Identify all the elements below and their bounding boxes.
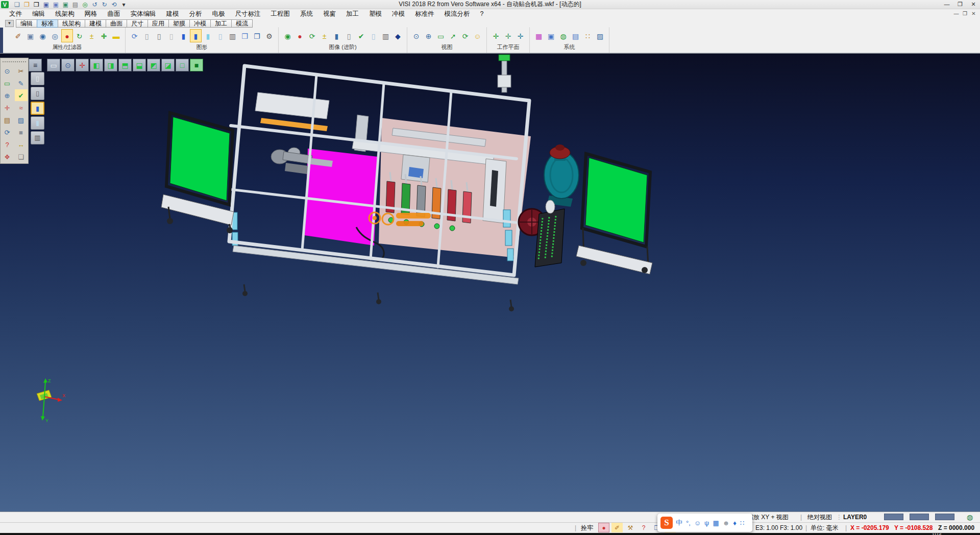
tab[interactable]: 塑膜 [168,19,190,28]
menu-item[interactable]: 工程图 [266,9,296,19]
cylinder-double-icon[interactable]: ❒ [239,29,251,42]
menu-item[interactable]: 文件 [4,9,27,19]
tab[interactable]: 冲模 [189,19,211,28]
save-all-icon[interactable]: ▣ [61,1,70,9]
menu-item[interactable]: 视窗 [318,9,341,19]
tab[interactable]: 线架构 [58,19,85,28]
active-layer-label[interactable]: LAYER0 [843,512,867,522]
status-help-icon[interactable]: ? [638,523,649,532]
image-refresh-icon[interactable]: ⟳ [306,29,318,42]
layer-color-swatch[interactable] [884,514,903,520]
cylinder-transparent-icon[interactable]: ▮ [202,29,214,42]
show-entities-icon[interactable]: ◉ [37,29,48,42]
absolute-view-label[interactable]: 绝对视图 [807,512,832,522]
open-copy-icon[interactable]: ❒ [32,1,41,9]
menu-item[interactable]: 模流分析 [439,9,475,19]
menu-item[interactable]: 建模 [161,9,184,19]
tab[interactable]: 模流 [231,19,253,28]
view-cube-iso-icon[interactable]: ■ [190,59,203,71]
spline-pencil-icon[interactable]: ✎ [15,77,28,89]
menu-item[interactable]: 塑模 [364,9,387,19]
workplane-align-icon[interactable]: ✛ [514,29,526,42]
image-shield-icon[interactable]: ◆ [392,29,404,42]
wand-icon[interactable]: ✐ [611,523,623,532]
view-cube-front-icon[interactable]: ⬒ [118,59,132,71]
refresh-visibility-icon[interactable]: ↻ [74,29,85,42]
rect-profile-icon[interactable]: ▭ [1,77,14,89]
menu-item[interactable]: 编辑 [27,9,50,19]
zoom-actual-icon[interactable]: ▭ [435,29,447,42]
image-show-add-icon[interactable]: ◉ [282,29,293,42]
shaded-view-icon[interactable]: ☺ [472,29,483,42]
zoom-window-icon[interactable]: ⊕ [423,29,434,42]
preview-icon[interactable]: ◎ [81,1,89,9]
cylinder-shaded-icon[interactable]: ▮ [178,29,189,42]
help-query-icon[interactable]: ? [1,138,14,150]
pan-view-icon[interactable]: ➚ [447,29,459,42]
view-cube-top-icon[interactable]: ◧ [90,59,103,71]
solid-cube-icon[interactable]: ■ [15,126,28,138]
toggle-visibility-icon[interactable]: ± [86,29,97,42]
menu-item[interactable]: 电极 [207,9,230,19]
move-axis-icon[interactable]: ✛ [1,102,14,113]
image-cylinder-icon[interactable]: ▯ [343,29,355,42]
clipboard-edit-icon[interactable]: ❏ [15,151,28,162]
hide-all-icon[interactable]: ▬ [110,29,122,42]
tab[interactable]: 建模 [85,19,106,28]
trim-curve-icon[interactable]: ✂ [15,65,28,77]
quick-access-more-icon[interactable]: ▾ [119,1,128,9]
ime-emoji-icon[interactable]: ☺ [694,519,701,527]
save-as-icon[interactable]: ▣ [52,1,60,9]
close-button[interactable]: ✕ [967,0,980,9]
mdi-restore-button[interactable]: ❐ [961,9,969,19]
new-file-icon[interactable]: ❏ [13,1,21,9]
view-cube-right-icon[interactable]: ◪ [161,59,175,71]
image-check-icon[interactable]: ✔ [355,29,367,42]
view-cube-wire-icon[interactable]: □ [176,59,189,71]
grid-perspective-icon[interactable]: ▨ [594,29,606,42]
menu-item[interactable]: 尺寸标注 [230,9,266,19]
layer-color-swatch[interactable] [935,514,954,520]
select-zoom-icon[interactable]: ⊙ [1,65,14,77]
image-wireframe-icon[interactable]: ▥ [380,29,391,42]
ime-keyboard-icon[interactable]: ▦ [713,519,719,527]
tab[interactable]: 尺寸 [127,19,148,28]
menu-item[interactable]: ? [475,9,489,19]
cylinder-shaded-edges-icon[interactable]: ▮ [190,29,202,42]
menu-item[interactable]: 系统 [295,9,318,19]
hide-entities-icon[interactable]: ◎ [49,29,61,42]
tab-overflow-button[interactable]: ▼ [5,20,14,27]
hammer-icon[interactable]: ⚒ [625,523,636,532]
cylinder-outline-icon[interactable]: ▯ [153,29,165,42]
filter-traffic-light-icon[interactable]: ● [61,29,73,42]
menu-item[interactable]: 冲模 [387,9,410,19]
redo-icon[interactable]: ↻ [100,1,109,9]
confirm-check-icon[interactable]: ✔ [15,89,28,101]
snap-lock-label[interactable]: 拴牢 [581,523,593,533]
layer-color-swatch[interactable] [910,514,929,520]
fit-view-icon[interactable]: ▭ [47,59,60,71]
show-all-icon[interactable]: ✚ [98,29,110,42]
tab[interactable]: 曲面 [106,19,127,28]
mdi-minimize-button[interactable]: — [952,9,961,19]
cylinder-white-icon[interactable]: ▯ [141,29,153,42]
record-icon[interactable]: ● [598,523,609,532]
undo-history-icon[interactable]: ⟲ [110,1,118,9]
dimension-line-icon[interactable]: ↔ [15,138,28,150]
undo-icon[interactable]: ↺ [90,1,99,9]
view-cube-back-icon[interactable]: ⬓ [133,59,146,71]
ime-mic-icon[interactable]: ψ [704,519,709,527]
globe-icon[interactable]: ◍ [967,512,973,522]
rotate-view-icon[interactable]: ⟳ [459,29,471,42]
save-icon[interactable]: ▣ [42,1,51,9]
workplane-create-icon[interactable]: ✛ [490,29,502,42]
cylinder-hidden-line-icon[interactable]: ▯ [165,29,177,42]
display-shaded-icon[interactable]: ▮ [31,102,44,115]
cylinder-copy-icon[interactable]: ❐ [251,29,263,42]
window-grid-icon[interactable]: ▨ [15,114,28,126]
tab-active[interactable]: 标准 [37,19,58,28]
regen-graphics-icon[interactable]: ⟳ [129,29,140,42]
ime-lang-mode-icon[interactable]: 中 [676,518,682,527]
image-plus-minus-icon[interactable]: ± [318,29,330,42]
attribute-paint-icon[interactable]: ✐ [12,29,24,42]
